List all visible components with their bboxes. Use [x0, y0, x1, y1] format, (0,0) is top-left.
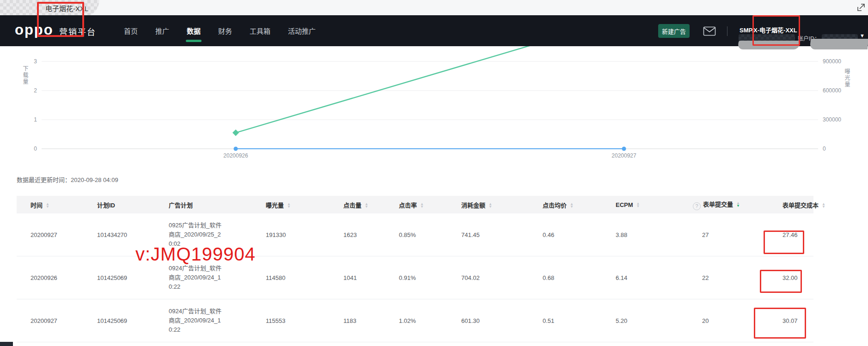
cell-ecpm: 6.14: [616, 256, 693, 299]
cell-cost: 601.30: [461, 299, 543, 342]
nav-item-data-label: 数据: [187, 26, 201, 36]
right-tick-2: 600000: [823, 87, 855, 94]
nav-item-campaign[interactable]: 活动推广: [287, 15, 317, 46]
col-ctr[interactable]: 点击率▲▼: [399, 196, 461, 213]
browser-strip: 电子烟花-XXL: [0, 0, 868, 15]
cell-ecpm: 5.20: [616, 299, 693, 342]
cell-cost: 741.45: [461, 213, 543, 256]
data-update-time: 数据最近更新时间：2020-09-28 04:09: [17, 175, 118, 184]
cell-ctr: 1.02%: [399, 299, 461, 342]
cell-clicks: 1623: [343, 213, 399, 256]
annotation-red-box: [760, 270, 802, 293]
cell-impressions: 191330: [266, 213, 343, 256]
col-plan-id: 计划ID: [97, 196, 169, 213]
cell-ctr: 0.85%: [399, 213, 461, 256]
col-ecpm[interactable]: ECPM▲▼: [616, 196, 693, 213]
left-tick-3: 3: [14, 58, 37, 65]
cell-clicks: 1041: [343, 256, 399, 299]
annotation-red-box: [37, 2, 84, 37]
x-axis-label: 20200927: [611, 152, 636, 159]
left-tick-0: 0: [14, 145, 37, 152]
nav-divider: [727, 26, 727, 36]
help-icon[interactable]: ?: [693, 202, 701, 210]
col-time[interactable]: 时间▲▼: [17, 196, 97, 213]
top-navbar: oppo 营销平台 首页 推广 数据 财务 工具箱 活动推广 新建广告 SMP.…: [0, 15, 868, 46]
cell-plan-id: 101425069: [97, 299, 169, 342]
nav-menu: 首页 推广 数据 财务 工具箱 活动推广: [123, 15, 317, 46]
cell-cost: 704.02: [461, 256, 543, 299]
cell-impressions: 115553: [266, 299, 343, 342]
cell-ecpm: 3.88: [616, 213, 693, 256]
x-axis-label: 20200926: [223, 152, 248, 159]
campaign-data-table: 时间▲▼ 计划ID 广告计划 曝光量▲▼ 点击量▲▼ 点击率▲▼ 消耗金额▲▼ …: [17, 196, 813, 342]
nav-item-finance[interactable]: 财务: [217, 15, 233, 46]
table-header-row: 时间▲▼ 计划ID 广告计划 曝光量▲▼ 点击量▲▼ 点击率▲▼ 消耗金额▲▼ …: [17, 196, 813, 213]
chart-canvas: [0, 46, 868, 166]
cell-cpc: 0.51: [543, 299, 616, 342]
col-clicks[interactable]: 点击量▲▼: [343, 196, 399, 213]
right-tick-0: 0: [823, 145, 855, 152]
col-form-submits[interactable]: ?表单提交量▲▼: [693, 196, 771, 213]
red-watermark: v:JMQ199904: [135, 244, 256, 265]
sort-arrows-icon[interactable]: ▲▼: [822, 203, 825, 208]
col-impressions[interactable]: 曝光量▲▼: [266, 196, 343, 213]
annotation-red-box: [764, 231, 804, 254]
cell-clicks: 1183: [343, 299, 399, 342]
nav-item-toolbox[interactable]: 工具箱: [249, 15, 271, 46]
left-axis-title: 下载量: [21, 66, 29, 85]
col-plan-name: 广告计划: [169, 196, 266, 213]
new-ad-button[interactable]: 新建广告: [658, 24, 690, 38]
sort-arrows-icon[interactable]: ▲▼: [420, 203, 424, 208]
right-axis-title: 曝光量: [843, 68, 851, 88]
cell-plan-name: 0924广告计划_软件 商店_2020/09/24_1 0:22: [169, 299, 266, 342]
nav-item-promotion[interactable]: 推广: [154, 15, 170, 46]
trend-chart: 下载量 曝光量 0 1 2 3 0 300000 600000 900000 2…: [0, 46, 868, 173]
nav-item-data[interactable]: 数据: [186, 15, 202, 46]
left-tick-1: 1: [14, 116, 37, 123]
active-tab-underline: [186, 40, 202, 42]
left-tick-2: 2: [14, 87, 37, 94]
cell-impressions: 114580: [266, 256, 343, 299]
bottom-corner-artifact: [0, 342, 13, 346]
screen: 电子烟花-XXL oppo 营销平台 首页 推广 数据 财务 工具箱 活动推广 …: [0, 0, 868, 346]
annotation-red-box: [752, 15, 800, 46]
annotation-red-box: [754, 308, 806, 339]
col-form-cost[interactable]: 表单提交成本▲▼: [771, 196, 813, 213]
censor-bar-right: [810, 39, 868, 49]
col-cpc[interactable]: 点击均价▲▼: [543, 196, 616, 213]
sort-arrows-icon[interactable]: ▲▼: [287, 203, 291, 208]
right-tick-1: 300000: [823, 116, 855, 123]
sort-arrows-icon[interactable]: ▲▼: [489, 203, 492, 208]
sort-arrows-icon[interactable]: ▲▼: [46, 203, 49, 208]
cell-time: 20200927: [17, 213, 97, 256]
cell-time: 20200927: [17, 299, 97, 342]
sort-arrows-icon[interactable]: ▲▼: [736, 202, 740, 207]
cell-cpc: 0.68: [543, 256, 616, 299]
cell-cpc: 0.46: [543, 213, 616, 256]
mail-icon[interactable]: [703, 26, 716, 36]
right-tick-3: 900000: [823, 58, 855, 65]
nav-item-home[interactable]: 首页: [123, 15, 139, 46]
expand-icon[interactable]: [856, 2, 866, 12]
col-cost[interactable]: 消耗金额▲▼: [461, 196, 543, 213]
cell-time: 20200926: [17, 256, 97, 299]
sort-arrows-icon[interactable]: ▲▼: [570, 203, 574, 208]
cell-form-submits: 27: [693, 213, 771, 256]
account-dropdown-caret[interactable]: ▼: [860, 33, 865, 38]
table-row: 20200927 101425069 0924广告计划_软件 商店_2020/0…: [17, 299, 813, 342]
cell-ctr: 0.91%: [399, 256, 461, 299]
sort-arrows-icon[interactable]: ▲▼: [365, 203, 368, 208]
sort-arrows-icon[interactable]: ▲▼: [636, 202, 640, 208]
